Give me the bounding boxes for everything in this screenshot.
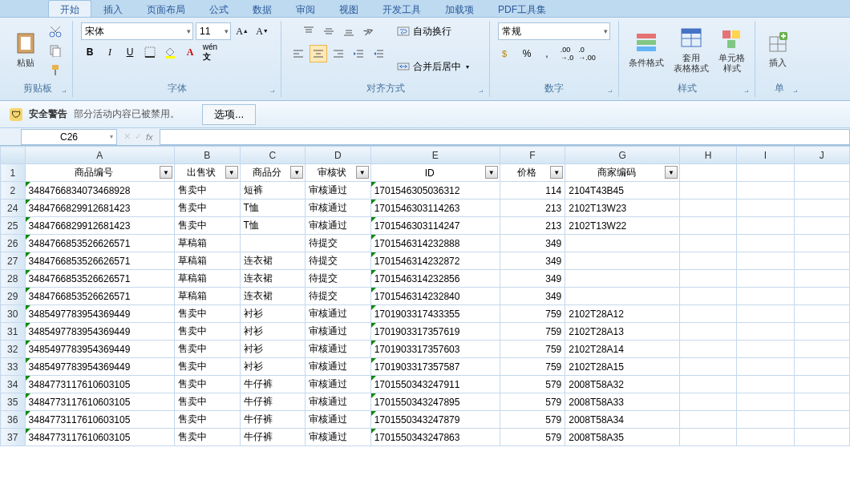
- tab-1[interactable]: 插入: [91, 0, 135, 17]
- cell[interactable]: [565, 252, 680, 270]
- cell[interactable]: 售卖中: [175, 341, 241, 358]
- cell[interactable]: 1701550343247911: [370, 376, 500, 393]
- filter-dropdown-icon[interactable]: ▼: [290, 166, 303, 179]
- cell[interactable]: 待提交: [306, 270, 371, 288]
- cell[interactable]: 牛仔裤: [240, 429, 306, 446]
- cell[interactable]: [679, 376, 736, 393]
- row-header[interactable]: 33: [1, 358, 26, 376]
- cell[interactable]: [737, 376, 794, 393]
- cell[interactable]: [794, 182, 849, 200]
- cell-styles-button[interactable]: 单元格 样式: [714, 21, 750, 79]
- cell[interactable]: 草稿箱: [175, 252, 241, 270]
- cell[interactable]: 3484773117610603105: [25, 393, 175, 411]
- grow-font-button[interactable]: A▲: [233, 22, 251, 40]
- filter-dropdown-icon[interactable]: ▼: [225, 166, 238, 179]
- cell[interactable]: 3484766853526626571: [25, 235, 175, 252]
- filter-dropdown-icon[interactable]: ▼: [160, 166, 172, 179]
- cell[interactable]: 3484773117610603105: [25, 376, 175, 393]
- cell[interactable]: 3484766853526626571: [25, 288, 175, 305]
- filter-dropdown-icon[interactable]: ▼: [665, 166, 678, 179]
- cell[interactable]: 审核通过: [306, 411, 371, 429]
- cell[interactable]: 2008T58A33: [565, 393, 680, 411]
- cell[interactable]: [679, 358, 736, 376]
- col-header-H[interactable]: H: [679, 147, 736, 164]
- cell[interactable]: [737, 200, 794, 217]
- align-middle-button[interactable]: [320, 22, 338, 40]
- cell[interactable]: 3485497783954369449: [25, 358, 175, 376]
- italic-button[interactable]: I: [101, 43, 119, 61]
- cell[interactable]: 2008T58A35: [565, 429, 680, 446]
- font-size-combo[interactable]: 11: [196, 22, 231, 40]
- select-all-corner[interactable]: [1, 147, 26, 164]
- cell[interactable]: 待提交: [306, 288, 371, 305]
- cell[interactable]: [679, 200, 736, 217]
- filter-dropdown-icon[interactable]: ▼: [485, 166, 498, 179]
- filter-header[interactable]: [679, 164, 736, 182]
- font-family-combo[interactable]: 宋体: [81, 22, 193, 40]
- cell[interactable]: [737, 217, 794, 235]
- cell[interactable]: 3484766829912681423: [25, 217, 175, 235]
- cell[interactable]: 审核通过: [306, 200, 371, 217]
- accept-formula-icon[interactable]: ✓: [135, 131, 142, 142]
- filter-header[interactable]: ID▼: [370, 164, 500, 182]
- comma-button[interactable]: ,: [538, 45, 556, 62]
- filter-header[interactable]: 出售状▼: [175, 164, 241, 182]
- col-header-F[interactable]: F: [500, 147, 565, 164]
- copy-button[interactable]: [47, 42, 64, 59]
- cell[interactable]: [794, 323, 849, 341]
- cell[interactable]: [679, 305, 736, 323]
- cell[interactable]: 1701903317357587: [370, 358, 500, 376]
- cell[interactable]: [794, 235, 849, 252]
- cell[interactable]: 349: [500, 270, 565, 288]
- cell[interactable]: [794, 341, 849, 358]
- cell[interactable]: [794, 393, 849, 411]
- tab-8[interactable]: 加载项: [433, 0, 486, 17]
- cell[interactable]: 审核通过: [306, 323, 371, 341]
- cell[interactable]: 579: [500, 411, 565, 429]
- insert-cells-button[interactable]: 插入: [760, 21, 795, 79]
- tab-3[interactable]: 公式: [197, 0, 241, 17]
- cell[interactable]: 售卖中: [175, 323, 241, 341]
- cell[interactable]: 579: [500, 393, 565, 411]
- cell[interactable]: [679, 341, 736, 358]
- cell[interactable]: [565, 288, 680, 305]
- border-button[interactable]: [141, 43, 159, 61]
- wrap-text-button[interactable]: 自动换行: [394, 22, 455, 40]
- cell[interactable]: 审核通过: [306, 217, 371, 235]
- cell[interactable]: 1701546314232856: [370, 270, 500, 288]
- row-header[interactable]: 31: [1, 323, 26, 341]
- cell[interactable]: 售卖中: [175, 393, 241, 411]
- cell[interactable]: 759: [500, 305, 565, 323]
- cell[interactable]: 售卖中: [175, 376, 241, 393]
- cut-button[interactable]: [47, 22, 64, 40]
- conditional-format-button[interactable]: 条件格式: [624, 21, 669, 79]
- cell[interactable]: 短裤: [240, 182, 306, 200]
- cell[interactable]: [240, 235, 306, 252]
- cell[interactable]: 售卖中: [175, 358, 241, 376]
- cell[interactable]: 牛仔裤: [240, 376, 306, 393]
- col-header-I[interactable]: I: [737, 147, 794, 164]
- cell[interactable]: 213: [500, 200, 565, 217]
- number-format-combo[interactable]: 常规: [498, 22, 610, 40]
- format-as-table-button[interactable]: 套用 表格格式: [669, 21, 714, 79]
- cell[interactable]: 213: [500, 217, 565, 235]
- formula-input[interactable]: [160, 129, 850, 145]
- cell[interactable]: [737, 288, 794, 305]
- cell[interactable]: 售卖中: [175, 429, 241, 446]
- percent-button[interactable]: %: [518, 45, 536, 62]
- cell[interactable]: 579: [500, 376, 565, 393]
- cell[interactable]: [794, 288, 849, 305]
- cell[interactable]: 114: [500, 182, 565, 200]
- tab-0[interactable]: 开始: [48, 0, 91, 17]
- name-box[interactable]: C26: [21, 129, 117, 145]
- cell[interactable]: 售卖中: [175, 200, 241, 217]
- cell[interactable]: 售卖中: [175, 411, 241, 429]
- cell[interactable]: 连衣裙: [240, 252, 306, 270]
- increase-decimal-button[interactable]: .00→.0: [558, 45, 576, 62]
- row-header[interactable]: 37: [1, 429, 26, 446]
- tab-7[interactable]: 开发工具: [370, 0, 433, 17]
- bold-button[interactable]: B: [81, 43, 99, 61]
- col-header-J[interactable]: J: [794, 147, 849, 164]
- cancel-formula-icon[interactable]: ✕: [123, 131, 131, 142]
- cell[interactable]: 349: [500, 235, 565, 252]
